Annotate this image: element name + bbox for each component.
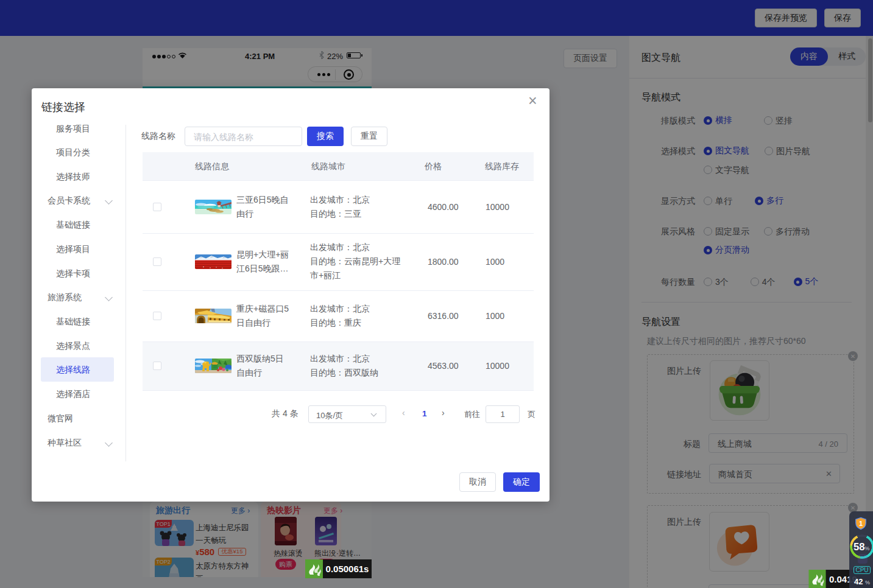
svg-text:1: 1: [859, 520, 863, 527]
